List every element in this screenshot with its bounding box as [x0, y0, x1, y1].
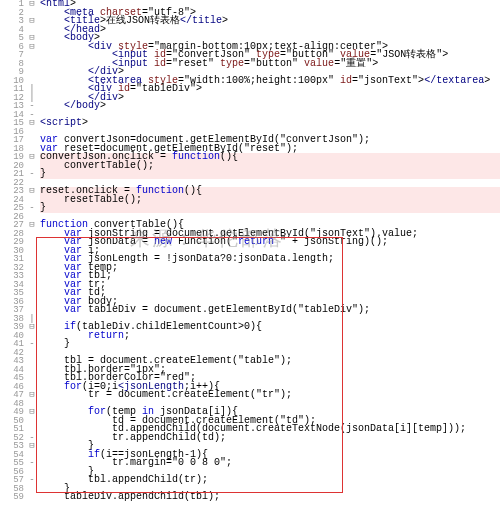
code-line[interactable]: </head>: [40, 26, 500, 35]
code-line[interactable]: <title>在线JSON转表格</title>: [40, 17, 500, 26]
code-line[interactable]: <script>: [40, 119, 500, 128]
code-line[interactable]: }: [40, 340, 500, 349]
code-line[interactable]: resetTable();: [40, 196, 500, 205]
code-line[interactable]: </div>: [40, 94, 500, 103]
code-line[interactable]: var tr;: [40, 281, 500, 290]
code-line[interactable]: convertTable();: [40, 162, 500, 171]
code-line[interactable]: [40, 111, 500, 120]
code-line[interactable]: tableDiv.appendChild(tbl);: [40, 493, 500, 502]
code-line[interactable]: tr = document.createElement("tr");: [40, 391, 500, 400]
code-line[interactable]: tr.appendChild(td);: [40, 434, 500, 443]
code-area[interactable]: <html> <meta charset="utf-8"> <title>在线J…: [38, 0, 500, 502]
code-line[interactable]: tr.margin="0 0 8 0";: [40, 459, 500, 468]
code-line[interactable]: var tableDiv = document.getElementById("…: [40, 306, 500, 315]
code-editor[interactable]: 1234567891011121314151617181920212223242…: [0, 0, 500, 502]
code-line[interactable]: </body>: [40, 102, 500, 111]
code-line[interactable]: }: [40, 204, 500, 213]
code-line[interactable]: return;: [40, 332, 500, 341]
code-line[interactable]: var tbl;: [40, 272, 500, 281]
fold-gutter[interactable]: ⊟⊟⊟⊟||--⊟⊟-⊟-⊟|⊟-⊟⊟-⊟--: [26, 0, 38, 502]
code-line[interactable]: }: [40, 170, 500, 179]
line-gutter: 1234567891011121314151617181920212223242…: [0, 0, 26, 502]
code-line[interactable]: var jsonData = new Function("return " + …: [40, 238, 500, 247]
code-line[interactable]: tbl.appendChild(tr);: [40, 476, 500, 485]
